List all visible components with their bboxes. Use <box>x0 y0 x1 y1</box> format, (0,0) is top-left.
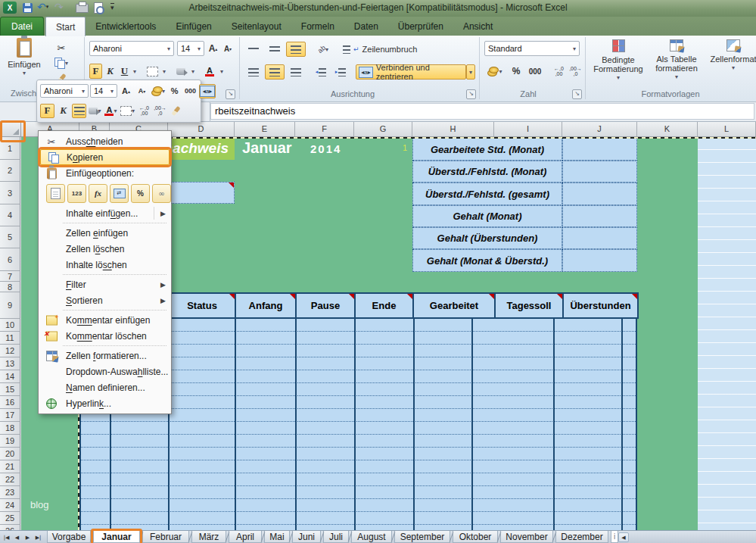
font-dialog-launcher-icon[interactable]: ↘ <box>226 89 235 99</box>
row-header-17[interactable]: 17 <box>0 409 20 422</box>
row-header-6[interactable]: 6 <box>0 248 20 271</box>
font-color-button[interactable]: A <box>201 64 218 79</box>
row-header-20[interactable]: 20 <box>0 448 20 460</box>
column-header-d[interactable]: D <box>168 122 235 136</box>
tab-daten[interactable]: Daten <box>344 17 388 36</box>
scroll-left-button[interactable]: ◀ <box>618 532 629 542</box>
align-bottom-button[interactable] <box>286 42 306 57</box>
menu-item-namen-definieren[interactable]: Namen definieren... <box>39 379 171 395</box>
mini-decrease-decimal-button[interactable]: ,00→ ,0 <box>153 104 167 118</box>
next-sheet-button[interactable]: ▶ <box>23 532 33 542</box>
column-header-h[interactable]: H <box>412 122 494 136</box>
menu-item-inhalte-einfügen[interactable]: Inhalte einfügen...▶ <box>39 205 171 221</box>
row-header-9[interactable]: 9 <box>0 292 20 319</box>
sheet-tab-november[interactable]: November <box>500 531 553 543</box>
sheet-tab-april[interactable]: April <box>229 531 262 543</box>
row-header-22[interactable]: 22 <box>0 473 20 486</box>
tab-überprüfen[interactable]: Überprüfen <box>388 17 453 36</box>
row-header-25[interactable]: 25 <box>0 512 20 525</box>
summary-label-1[interactable]: Gearbeitete Std. (Monat) <box>412 138 562 161</box>
row-header-23[interactable]: 23 <box>0 486 20 499</box>
menu-item-kommentar-einfügen[interactable]: ✦Kommentar einfügen <box>39 312 171 328</box>
row-header-4[interactable]: 4 <box>0 204 20 226</box>
mini-accounting-button[interactable]: ▾ <box>151 84 166 98</box>
shrink-font-button[interactable]: A▾ <box>221 41 235 56</box>
summary-value-2[interactable] <box>562 161 637 183</box>
row-header-16[interactable]: 16 <box>0 396 20 409</box>
prev-sheet-button[interactable]: ◀ <box>12 532 22 542</box>
menu-item-ausschneiden[interactable]: ✂Ausschneiden <box>39 133 171 149</box>
merge-center-button[interactable]: ◂a▸ Verbinden und zentrieren <box>356 64 466 80</box>
summary-label-2[interactable]: Überstd./Fehlstd. (Monat) <box>412 161 562 183</box>
summary-label-6[interactable]: Gehalt (Monat & Überstd.) <box>412 249 562 272</box>
row-header-8[interactable]: 8 <box>0 282 20 292</box>
font-color-dropdown[interactable]: ▾ <box>218 64 226 79</box>
paste-option-paste-icon[interactable] <box>46 184 65 203</box>
increase-indent-button[interactable]: ▸ <box>331 64 350 80</box>
summary-label-4[interactable]: Gehalt (Monat) <box>412 205 562 227</box>
borders-button[interactable] <box>144 64 160 79</box>
number-dialog-launcher-icon[interactable]: ↘ <box>572 89 582 99</box>
orientation-button[interactable]: ab▾ <box>312 42 334 57</box>
sheet-tab-märz[interactable]: März <box>191 531 226 543</box>
menu-item-sortieren[interactable]: Sortieren▶ <box>39 292 171 308</box>
redo-icon[interactable]: ↷ <box>54 1 64 13</box>
save-icon[interactable] <box>23 3 33 13</box>
menu-item-kommentar-löschen[interactable]: ✕Kommentar löschen <box>39 328 171 344</box>
mini-font-name-combo[interactable]: Aharoni▾ <box>40 84 89 98</box>
accounting-format-button[interactable]: ▾ <box>484 64 506 79</box>
sheet-tab-september[interactable]: September <box>394 531 450 543</box>
merge-center-dropdown[interactable]: ▾ <box>466 64 475 80</box>
sheet-tab-juli[interactable]: Juli <box>323 531 349 543</box>
underline-button[interactable]: U <box>118 64 131 79</box>
row-header-15[interactable]: 15 <box>0 383 20 396</box>
formula-bar-input[interactable]: rbeitszeitnachweis <box>210 103 754 120</box>
menu-item-inhalte-löschen[interactable]: Inhalte löschen <box>39 257 171 273</box>
decrease-indent-button[interactable]: ◂ <box>312 64 330 80</box>
column-l-band[interactable] <box>698 137 756 530</box>
mini-increase-decimal-button[interactable]: ←,0 ,00 <box>137 104 151 118</box>
underline-dropdown[interactable]: ▾ <box>131 64 138 79</box>
column-header-k[interactable]: K <box>637 122 698 136</box>
print-preview-icon[interactable] <box>94 2 103 14</box>
summary-value-5[interactable] <box>562 227 637 249</box>
sheet-tab-juni[interactable]: Juni <box>292 531 321 543</box>
cut-button[interactable]: ✂ <box>48 41 74 55</box>
undo-icon[interactable]: ↶▾ <box>37 1 48 13</box>
month-title-cell[interactable]: Januar <box>242 139 292 157</box>
mini-shrink-font-button[interactable]: A▾ <box>135 84 149 98</box>
tab-entwicklertools[interactable]: Entwicklertools <box>86 17 166 36</box>
tab-formeln[interactable]: Formeln <box>291 17 344 36</box>
mini-fill-color-button[interactable]: ▾ <box>88 104 102 118</box>
row-header-12[interactable]: 12 <box>0 345 20 357</box>
row-header-3[interactable]: 3 <box>0 182 20 204</box>
tab-seitenlayout[interactable]: Seitenlayout <box>222 17 291 36</box>
sheet-tab-august[interactable]: August <box>351 531 392 543</box>
paste-option-formulas-fx-icon[interactable]: fx <box>89 184 107 203</box>
table-header-status[interactable]: Status <box>168 292 236 319</box>
column-header-i[interactable]: I <box>494 122 562 136</box>
align-middle-button[interactable] <box>265 42 285 57</box>
excel-logo-icon[interactable]: X <box>3 2 17 14</box>
row-header-7[interactable]: 7 <box>0 271 20 282</box>
format-as-table-button[interactable]: Als Tabelle formatieren ▾ <box>649 39 704 82</box>
paste-option-values-123-icon[interactable]: 123 <box>67 184 86 203</box>
mini-grow-font-button[interactable]: A▴ <box>119 84 133 98</box>
align-top-button[interactable] <box>244 42 263 57</box>
italic-button[interactable]: K <box>104 64 117 79</box>
summary-value-3[interactable] <box>562 183 637 205</box>
column-header-l[interactable]: L <box>698 122 756 136</box>
paste-option-transpose-icon[interactable]: ⇄ <box>110 184 129 203</box>
tab-start[interactable]: Start <box>45 17 86 36</box>
menu-item-hyperlink[interactable]: Hyperlink... <box>39 395 171 411</box>
row-header-2[interactable]: 2 <box>0 160 20 182</box>
copy-button[interactable]: ▾ <box>48 56 74 70</box>
paste-option-link-icon[interactable]: ∞ <box>152 184 171 203</box>
font-name-combo[interactable]: Aharoni▾ <box>89 41 174 56</box>
mini-bold-button[interactable]: F <box>40 104 54 118</box>
marker-cell[interactable]: 1 <box>403 143 407 152</box>
last-sheet-button[interactable]: ▶| <box>33 532 43 542</box>
mini-percent-button[interactable]: % <box>167 84 182 98</box>
menu-item-einfügeoptionen[interactable]: Einfügeoptionen: <box>39 165 171 181</box>
print-icon[interactable] <box>76 4 89 13</box>
